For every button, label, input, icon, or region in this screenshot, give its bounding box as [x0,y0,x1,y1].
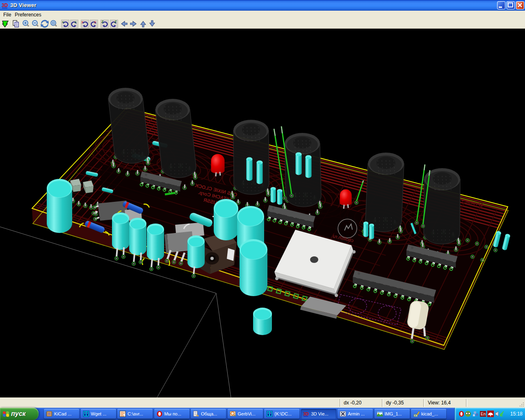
svg-text:En: En [481,412,486,416]
svg-text:3D: 3D [2,2,8,8]
svg-text:3D: 3D [303,411,309,416]
svg-text:Z: Z [101,20,104,24]
svg-text:x: x [62,20,64,24]
svg-text:x: x [74,20,77,24]
svg-text:Z: Z [114,20,117,24]
